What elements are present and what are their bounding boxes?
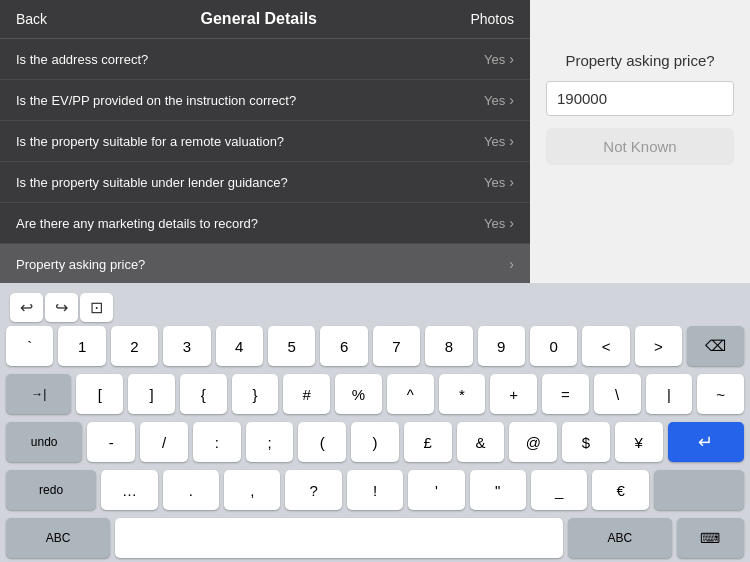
key-pound[interactable]: £ (404, 422, 452, 462)
right-panel: Property asking price? Not Known (530, 0, 750, 283)
key-pipe[interactable]: | (646, 374, 693, 414)
key-question[interactable]: ? (285, 470, 341, 510)
tab-key[interactable]: →| (6, 374, 71, 414)
kb-row-4: redo … . , ? ! ' " _ € (6, 470, 744, 510)
key-ampersand[interactable]: & (457, 422, 505, 462)
back-button[interactable]: Back (16, 11, 47, 27)
key-caret[interactable]: ^ (387, 374, 434, 414)
form-row-label: Is the property suitable under lender gu… (16, 175, 288, 190)
key-rparen[interactable]: ) (351, 422, 399, 462)
form-row-value: Yes (484, 52, 505, 67)
key-minus[interactable]: - (87, 422, 135, 462)
redo-key[interactable]: redo (6, 470, 96, 510)
key-lbracket[interactable]: [ (76, 374, 123, 414)
chevron-icon: › (509, 92, 514, 108)
chevron-icon: › (509, 51, 514, 67)
redo-button[interactable]: ↪ (45, 293, 78, 322)
key-rbrace[interactable]: } (232, 374, 279, 414)
key-3[interactable]: 3 (163, 326, 210, 366)
key-8[interactable]: 8 (425, 326, 472, 366)
key-period[interactable]: . (163, 470, 219, 510)
key-lt[interactable]: < (582, 326, 629, 366)
form-row-remote[interactable]: Is the property suitable for a remote va… (0, 121, 530, 162)
key-plus[interactable]: + (490, 374, 537, 414)
kb-row-1: ` 1 2 3 4 5 6 7 8 9 0 < > ⌫ (6, 326, 744, 366)
key-yen[interactable]: ¥ (615, 422, 663, 462)
paste-button[interactable]: ⊡ (80, 293, 113, 322)
form-row-value: Yes (484, 216, 505, 231)
key-9[interactable]: 9 (478, 326, 525, 366)
form-row-value: Yes (484, 175, 505, 190)
key-asterisk[interactable]: * (439, 374, 486, 414)
form-row-label: Property asking price? (16, 257, 145, 272)
abc-left-key[interactable]: ABC (6, 518, 110, 558)
key-semicolon[interactable]: ; (246, 422, 294, 462)
form-row-marketing[interactable]: Are there any marketing details to recor… (0, 203, 530, 244)
key-1[interactable]: 1 (58, 326, 105, 366)
header: Back General Details Photos (0, 0, 530, 39)
form-row-evpp[interactable]: Is the EV/PP provided on the instruction… (0, 80, 530, 121)
keyboard-area: ↩ ↪ ⊡ ` 1 2 3 4 5 6 7 8 9 0 < > ⌫ (0, 283, 750, 562)
key-quote[interactable]: " (470, 470, 526, 510)
space-key[interactable] (115, 518, 562, 558)
key-comma[interactable]: , (224, 470, 280, 510)
key-percent[interactable]: % (335, 374, 382, 414)
key-at[interactable]: @ (509, 422, 557, 462)
key-backslash[interactable]: \ (594, 374, 641, 414)
key-exclaim[interactable]: ! (347, 470, 403, 510)
keyboard-toolbar: ↩ ↪ ⊡ (4, 289, 746, 326)
form-row-value: Yes (484, 93, 505, 108)
chevron-icon: › (509, 174, 514, 190)
key-6[interactable]: 6 (320, 326, 367, 366)
form-row-value: Yes (484, 134, 505, 149)
key-underscore[interactable]: _ (531, 470, 587, 510)
key-gt[interactable]: > (635, 326, 682, 366)
key-blank (654, 470, 744, 510)
key-hash[interactable]: # (283, 374, 330, 414)
key-dollar[interactable]: $ (562, 422, 610, 462)
backspace-key[interactable]: ⌫ (687, 326, 744, 366)
page-title: General Details (201, 10, 318, 28)
price-input[interactable] (546, 81, 734, 116)
form-row-address[interactable]: Is the address correct? Yes › (0, 39, 530, 80)
key-lparen[interactable]: ( (298, 422, 346, 462)
key-lbrace[interactable]: { (180, 374, 227, 414)
abc-right-key[interactable]: ABC (568, 518, 672, 558)
key-0[interactable]: 0 (530, 326, 577, 366)
left-panel: Back General Details Photos Is the addre… (0, 0, 530, 283)
right-panel-title: Property asking price? (565, 52, 714, 69)
top-section: Back General Details Photos Is the addre… (0, 0, 750, 283)
keyboard-icon[interactable]: ⌨ (677, 518, 744, 558)
kb-row-bottom: ABC ABC ⌨ (6, 518, 744, 558)
chevron-icon: › (509, 133, 514, 149)
key-apos[interactable]: ' (408, 470, 464, 510)
key-colon[interactable]: : (193, 422, 241, 462)
kb-row-2: →| [ ] { } # % ^ * + = \ | ~ (6, 374, 744, 414)
form-row-label: Is the property suitable for a remote va… (16, 134, 284, 149)
undo-key[interactable]: undo (6, 422, 82, 462)
key-7[interactable]: 7 (373, 326, 420, 366)
chevron-icon: › (509, 215, 514, 231)
keyboard-rows: ` 1 2 3 4 5 6 7 8 9 0 < > ⌫ →| [ ] { (4, 326, 746, 558)
not-known-button[interactable]: Not Known (546, 128, 734, 165)
chevron-icon: › (509, 256, 514, 272)
key-euro[interactable]: € (592, 470, 648, 510)
key-5[interactable]: 5 (268, 326, 315, 366)
key-4[interactable]: 4 (216, 326, 263, 366)
app-container: Back General Details Photos Is the addre… (0, 0, 750, 562)
return-key[interactable]: ↵ (668, 422, 744, 462)
form-row-label: Is the EV/PP provided on the instruction… (16, 93, 296, 108)
photos-button[interactable]: Photos (470, 11, 514, 27)
key-rbracket[interactable]: ] (128, 374, 175, 414)
key-equals[interactable]: = (542, 374, 589, 414)
form-row-lender[interactable]: Is the property suitable under lender gu… (0, 162, 530, 203)
key-2[interactable]: 2 (111, 326, 158, 366)
form-row-asking-price[interactable]: Property asking price? › (0, 244, 530, 283)
form-row-label: Is the address correct? (16, 52, 148, 67)
key-backtick[interactable]: ` (6, 326, 53, 366)
key-slash[interactable]: / (140, 422, 188, 462)
kb-row-3: undo - / : ; ( ) £ & @ $ ¥ ↵ (6, 422, 744, 462)
key-ellipsis[interactable]: … (101, 470, 157, 510)
undo-button[interactable]: ↩ (10, 293, 43, 322)
key-tilde[interactable]: ~ (697, 374, 744, 414)
